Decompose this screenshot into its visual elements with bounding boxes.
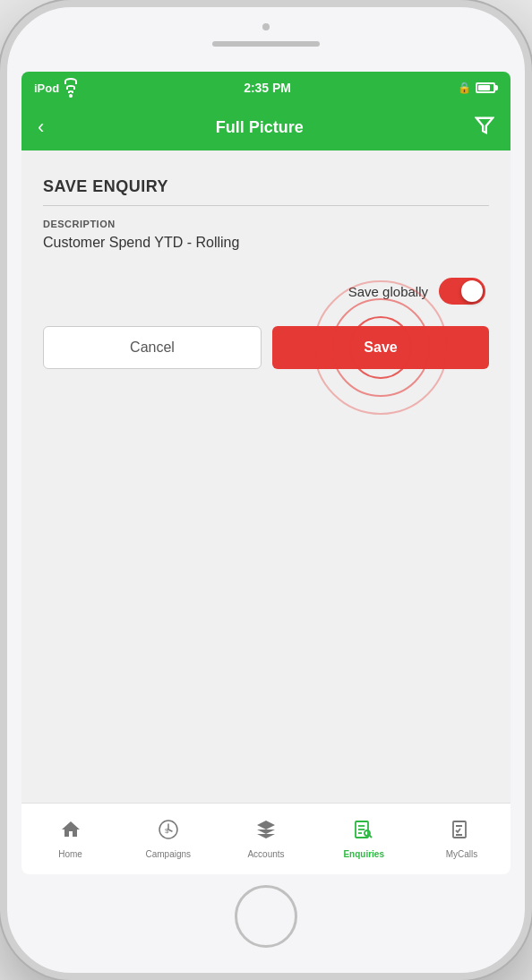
side-button [525, 365, 532, 437]
lock-icon: 🔒 [458, 82, 471, 94]
status-time: 2:35 PM [244, 81, 291, 95]
status-bar: iPod 2:35 PM 🔒 [21, 72, 511, 104]
toggle-thumb [461, 280, 483, 302]
content-area: SAVE ENQUIRY DESCRIPTION Customer Spend … [21, 150, 511, 874]
save-globally-toggle[interactable] [439, 278, 485, 305]
svg-line-8 [370, 836, 373, 838]
toggle-row: Save globally [43, 278, 489, 305]
tab-accounts[interactable]: Accounts [217, 819, 314, 859]
tab-campaigns[interactable]: $ Campaigns [119, 819, 217, 859]
enquiries-icon [353, 819, 374, 846]
svg-point-7 [365, 830, 370, 836]
status-right: 🔒 [458, 82, 498, 94]
tab-enquiries[interactable]: Enquiries [315, 819, 413, 859]
tab-mycalls-label: MyCalls [446, 849, 478, 859]
tab-enquiries-label: Enquiries [343, 849, 384, 859]
home-button[interactable] [235, 885, 297, 948]
battery-icon [476, 82, 498, 93]
cancel-button[interactable]: Cancel [43, 326, 262, 369]
wifi-icon [64, 78, 77, 98]
mycalls-icon [450, 819, 472, 846]
tab-home-label: Home [58, 849, 82, 859]
tab-home[interactable]: Home [21, 819, 119, 859]
filter-button[interactable] [475, 116, 494, 140]
save-globally-label: Save globally [348, 284, 428, 299]
screen: iPod 2:35 PM 🔒 [21, 72, 511, 874]
speaker [212, 41, 320, 47]
section-title: SAVE ENQUIRY [43, 177, 489, 196]
description-label: DESCRIPTION [43, 219, 489, 229]
tab-bar: Home $ Campaigns [21, 803, 511, 874]
svg-text:$: $ [165, 827, 169, 835]
description-value: Customer Spend YTD - Rolling [43, 235, 489, 251]
home-icon [60, 819, 82, 846]
tab-campaigns-label: Campaigns [146, 849, 192, 859]
nav-bar: ‹ Full Picture [21, 104, 511, 150]
status-left: iPod [34, 78, 77, 98]
phone-frame: › iPod 2:35 PM [0, 0, 532, 980]
carrier-label: iPod [34, 82, 59, 95]
save-button[interactable]: Save [272, 326, 489, 369]
svg-marker-0 [476, 117, 493, 133]
accounts-icon [255, 819, 277, 846]
nav-title: Full Picture [216, 118, 304, 137]
back-button[interactable]: ‹ [38, 116, 44, 139]
action-buttons: Cancel Save [43, 326, 489, 369]
divider [43, 205, 489, 206]
tab-mycalls[interactable]: MyCalls [413, 819, 511, 859]
campaigns-icon: $ [158, 819, 179, 846]
tab-accounts-label: Accounts [247, 849, 284, 859]
